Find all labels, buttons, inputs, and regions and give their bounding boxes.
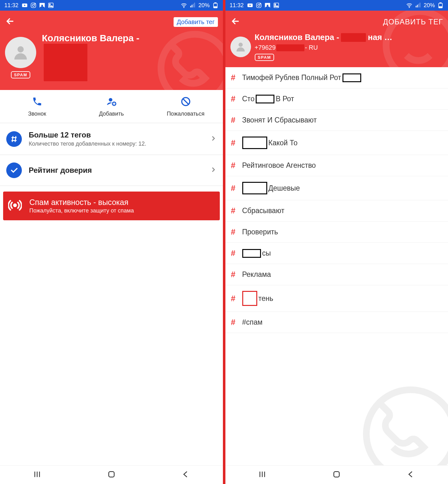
chevron-right-icon bbox=[210, 166, 217, 174]
profile-name: Колясников Валера - bbox=[42, 32, 218, 44]
add-action[interactable]: Добавить bbox=[74, 90, 149, 123]
battery-icon bbox=[212, 2, 219, 8]
add-tag-button[interactable]: Добавить тег bbox=[174, 17, 218, 27]
redacted-inline bbox=[341, 33, 366, 42]
svg-rect-21 bbox=[109, 472, 114, 477]
add-label: Добавить bbox=[74, 111, 149, 117]
redacted-box bbox=[342, 73, 361, 82]
hash-icon: # bbox=[231, 183, 237, 193]
svg-rect-9 bbox=[192, 5, 193, 7]
tag-list: #Тимофей Рублев Полный Рот#СтоВ Рот#Звон… bbox=[225, 67, 448, 465]
tag-text: Дешевые bbox=[242, 182, 300, 194]
background-phone-icon bbox=[357, 381, 448, 465]
svg-point-26 bbox=[260, 4, 260, 4]
action-row: Звонок Добавить Пожаловаться bbox=[0, 90, 223, 123]
android-navbar bbox=[225, 465, 448, 484]
tag-text: Какой То bbox=[242, 137, 298, 149]
tag-row[interactable]: #Проверить bbox=[225, 222, 448, 243]
tags-sub: Количество тегов добавленных к номеру: 1… bbox=[29, 141, 203, 147]
tag-text: Сбрасывают bbox=[242, 207, 284, 215]
add-person-icon bbox=[74, 96, 149, 108]
svg-rect-14 bbox=[214, 7, 216, 7]
profile-name: Колясников Валера - ная … bbox=[255, 32, 443, 42]
tag-row[interactable]: ##спам bbox=[225, 312, 448, 333]
hash-icon: # bbox=[231, 270, 237, 279]
spam-badge: SPAM bbox=[255, 54, 274, 61]
recents-button[interactable] bbox=[23, 467, 51, 483]
tag-row[interactable]: #тень bbox=[225, 285, 448, 312]
add-tag-button[interactable]: ДОБАВИТЬ ТЕГ bbox=[383, 17, 443, 26]
statusbar: 11:32 20% bbox=[0, 0, 223, 11]
report-action[interactable]: Пожаловаться bbox=[149, 90, 223, 123]
tag-row[interactable]: #сы bbox=[225, 243, 448, 264]
block-icon bbox=[149, 96, 223, 108]
status-app-icons bbox=[22, 2, 54, 8]
svg-point-28 bbox=[275, 4, 276, 5]
tags-title: Больше 12 тегов bbox=[29, 131, 203, 139]
svg-rect-10 bbox=[193, 4, 194, 7]
svg-rect-11 bbox=[194, 3, 195, 7]
spam-banner[interactable]: Спам активность - высокая Пожалуйста, вк… bbox=[3, 192, 220, 220]
tag-text: сы bbox=[242, 249, 271, 258]
svg-point-16 bbox=[17, 46, 24, 52]
home-button[interactable] bbox=[97, 467, 126, 483]
tag-text: тень bbox=[242, 291, 273, 306]
back-nav-button[interactable] bbox=[397, 467, 425, 483]
hash-icon: # bbox=[231, 227, 237, 237]
profile-phone: +79629 - RU bbox=[255, 44, 443, 51]
redacted-box bbox=[242, 291, 257, 306]
svg-rect-31 bbox=[417, 5, 418, 7]
svg-point-6 bbox=[49, 4, 50, 5]
tag-text: Проверить bbox=[242, 228, 278, 236]
svg-point-17 bbox=[109, 98, 112, 102]
avatar bbox=[230, 37, 251, 57]
svg-point-39 bbox=[366, 390, 448, 465]
trust-title: Рейтинг доверия bbox=[29, 166, 203, 175]
trust-rating-row[interactable]: Рейтинг доверия bbox=[0, 155, 223, 186]
hash-icon bbox=[6, 131, 22, 147]
tag-row[interactable]: #Какой То bbox=[225, 131, 448, 155]
hash-icon: # bbox=[231, 138, 237, 148]
profile-header: ДОБАВИТЬ ТЕГ Колясников Валера - ная … +… bbox=[225, 11, 448, 67]
phone-icon bbox=[0, 96, 74, 108]
tag-row[interactable]: #Звонят И Сбрасывают bbox=[225, 110, 448, 131]
redacted-box bbox=[242, 249, 261, 258]
wifi-icon bbox=[406, 2, 412, 8]
hash-icon: # bbox=[231, 294, 237, 303]
tags-count-row[interactable]: Больше 12 тегов Количество тегов добавле… bbox=[0, 123, 223, 155]
tag-text: СтоВ Рот bbox=[242, 95, 294, 103]
tag-row[interactable]: #Дешевые bbox=[225, 176, 448, 200]
banner-sub: Пожалуйста, включите защиту от спама bbox=[29, 207, 134, 214]
back-nav-button[interactable] bbox=[172, 467, 200, 483]
back-button[interactable] bbox=[5, 16, 15, 27]
broadcast-icon bbox=[8, 198, 22, 213]
svg-rect-8 bbox=[190, 6, 191, 7]
tag-text: Звонят И Сбрасывают bbox=[242, 116, 317, 124]
redacted-box bbox=[256, 95, 274, 103]
call-action[interactable]: Звонок bbox=[0, 90, 74, 123]
recents-button[interactable] bbox=[248, 467, 276, 483]
svg-rect-13 bbox=[214, 3, 216, 3]
phone-right: 11:32 20% ДОБАВИТЬ ТЕГ bbox=[225, 0, 448, 484]
avatar bbox=[5, 37, 36, 68]
hash-icon: # bbox=[231, 161, 237, 170]
tag-row[interactable]: #Рейтинговое Агенство bbox=[225, 155, 448, 176]
call-label: Звонок bbox=[0, 111, 74, 117]
redacted-box bbox=[242, 137, 267, 149]
hash-icon: # bbox=[231, 248, 237, 258]
svg-rect-30 bbox=[416, 6, 416, 7]
android-navbar bbox=[0, 465, 223, 484]
tag-row[interactable]: #Сбрасывают bbox=[225, 200, 448, 222]
tag-row[interactable]: #Реклама bbox=[225, 264, 448, 285]
back-button[interactable] bbox=[230, 16, 240, 27]
tag-row[interactable]: #СтоВ Рот bbox=[225, 88, 448, 110]
report-label: Пожаловаться bbox=[149, 111, 223, 117]
tag-text: Тимофей Рублев Полный Рот bbox=[242, 73, 361, 82]
tag-text: #спам bbox=[242, 318, 263, 327]
svg-rect-40 bbox=[334, 472, 339, 477]
home-button[interactable] bbox=[322, 467, 351, 483]
signal-icon bbox=[415, 2, 421, 8]
redacted-box bbox=[242, 182, 267, 194]
tag-row[interactable]: #Тимофей Рублев Полный Рот bbox=[225, 67, 448, 88]
hash-icon: # bbox=[231, 317, 237, 327]
